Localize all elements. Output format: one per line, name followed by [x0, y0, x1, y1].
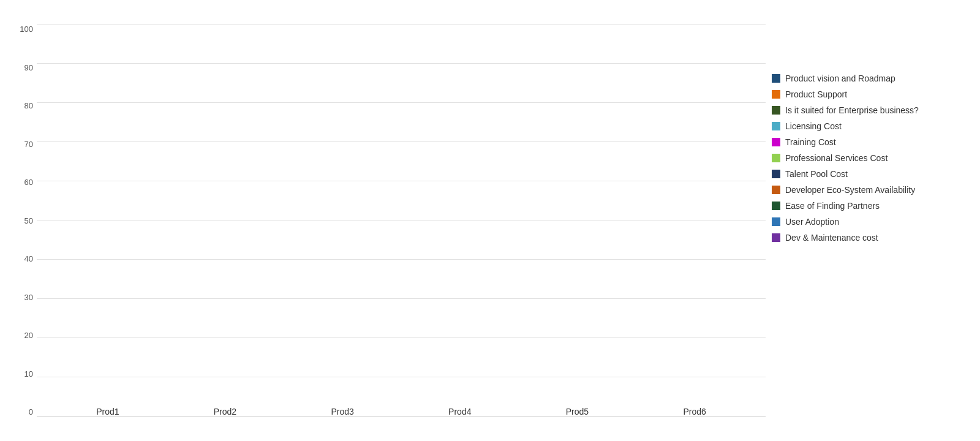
bar-group: Prod1 — [77, 403, 138, 417]
y-axis-label: 10 — [12, 369, 37, 379]
legend-item: Product Support — [772, 89, 962, 99]
legend-color-box — [772, 138, 780, 146]
legend-color-box — [772, 74, 780, 83]
legend-color-box — [772, 186, 780, 194]
y-axis-label: 80 — [12, 101, 37, 110]
legend-label: Dev & Maintenance cost — [785, 233, 878, 243]
grid-and-bars: Prod1Prod2Prod3Prod4Prod5Prod6 — [37, 24, 766, 417]
y-axis-label: 90 — [12, 63, 37, 72]
bar-label: Prod2 — [214, 407, 236, 417]
legend: Product vision and RoadmapProduct Suppor… — [766, 24, 968, 441]
legend-item: Training Cost — [772, 137, 962, 147]
legend-color-box — [772, 122, 780, 130]
y-axis-label: 50 — [12, 216, 37, 225]
y-axis-label: 40 — [12, 254, 37, 263]
bar-label: Prod1 — [96, 407, 119, 417]
y-axis-label: 70 — [12, 140, 37, 149]
bar-label: Prod4 — [448, 407, 471, 417]
legend-color-box — [772, 106, 780, 115]
chart-body: 0102030405060708090100 Prod1Prod2Prod3Pr… — [12, 24, 968, 441]
legend-color-box — [772, 202, 780, 210]
legend-item: Ease of Finding Partners — [772, 201, 962, 211]
y-axis-label: 0 — [12, 407, 37, 417]
legend-color-box — [772, 170, 780, 178]
legend-item: Developer Eco-System Availability — [772, 185, 962, 195]
legend-color-box — [772, 217, 780, 226]
chart-container: 0102030405060708090100 Prod1Prod2Prod3Pr… — [0, 0, 980, 441]
bar-label: Prod6 — [683, 407, 706, 417]
bar-group: Prod5 — [546, 403, 608, 417]
x-axis-line — [37, 416, 766, 417]
y-axis-label: 100 — [12, 24, 37, 34]
legend-label: Product Support — [785, 89, 847, 99]
legend-color-box — [772, 233, 780, 242]
bar-group: Prod4 — [429, 403, 491, 417]
legend-label: Training Cost — [785, 137, 836, 147]
y-axis-labels: 0102030405060708090100 — [12, 24, 37, 417]
legend-item: Product vision and Roadmap — [772, 74, 962, 83]
legend-label: Professional Services Cost — [785, 153, 888, 163]
legend-color-box — [772, 154, 780, 162]
legend-label: Ease of Finding Partners — [785, 201, 880, 211]
legend-label: User Adoption — [785, 217, 839, 227]
legend-label: Product vision and Roadmap — [785, 74, 895, 83]
legend-item: User Adoption — [772, 217, 962, 227]
legend-item: Talent Pool Cost — [772, 169, 962, 179]
bar-label: Prod5 — [566, 407, 589, 417]
bars-row: Prod1Prod2Prod3Prod4Prod5Prod6 — [37, 24, 766, 417]
legend-label: Licensing Cost — [785, 121, 842, 131]
bar-group: Prod3 — [312, 403, 373, 417]
legend-label: Talent Pool Cost — [785, 169, 848, 179]
legend-color-box — [772, 90, 780, 99]
legend-item: Dev & Maintenance cost — [772, 233, 962, 243]
chart-area: 0102030405060708090100 Prod1Prod2Prod3Pr… — [12, 24, 766, 441]
legend-item: Licensing Cost — [772, 121, 962, 131]
y-axis-label: 20 — [12, 331, 37, 340]
legend-item: Is it suited for Enterprise business? — [772, 105, 962, 115]
y-axis-label: 30 — [12, 293, 37, 302]
legend-label: Developer Eco-System Availability — [785, 185, 915, 195]
legend-item: Professional Services Cost — [772, 153, 962, 163]
bar-group: Prod2 — [194, 403, 255, 417]
legend-label: Is it suited for Enterprise business? — [785, 105, 919, 115]
bar-label: Prod3 — [331, 407, 353, 417]
y-axis-label: 60 — [12, 178, 37, 187]
bar-group: Prod6 — [664, 403, 725, 417]
